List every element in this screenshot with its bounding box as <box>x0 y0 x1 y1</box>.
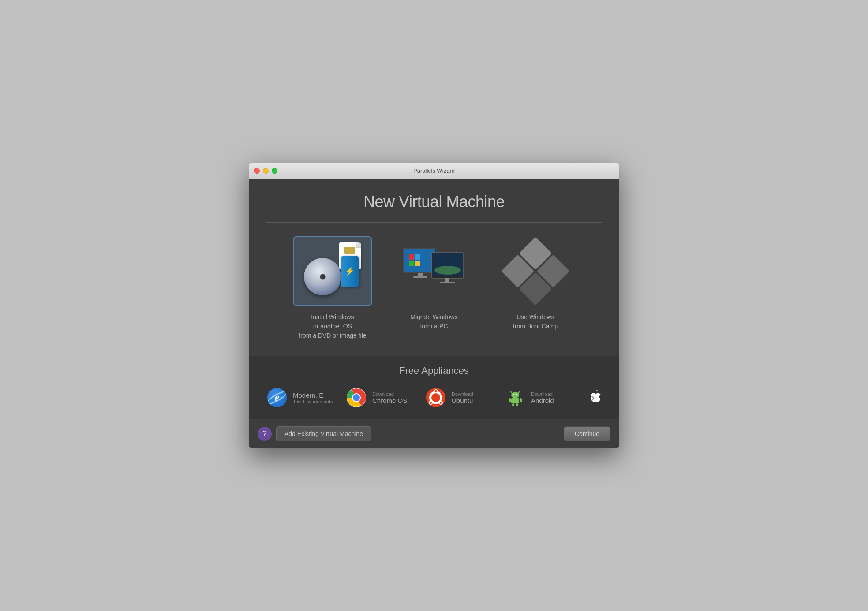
android-download-label: Download <box>531 391 554 397</box>
install-icon-box: ⚡ <box>293 236 372 306</box>
svg-rect-6 <box>418 273 423 276</box>
svg-rect-14 <box>445 278 449 282</box>
ubuntu-circles <box>429 391 442 404</box>
appliances-row: e Modern.IE Test Environments <box>266 385 602 410</box>
minimize-button[interactable] <box>263 168 269 174</box>
svg-rect-2 <box>409 254 414 260</box>
bootcamp-icon-container <box>496 236 575 306</box>
ie-icon: e <box>266 387 288 408</box>
bootcamp-icon <box>501 237 570 306</box>
help-button[interactable]: ? <box>258 427 272 441</box>
option-migrate[interactable]: Migrate Windowsfrom a PC <box>390 236 478 340</box>
divider <box>266 222 602 223</box>
android-icon <box>505 387 526 408</box>
add-vm-button[interactable]: Add Existing Virtual Machine <box>276 426 371 441</box>
svg-rect-24 <box>511 398 519 403</box>
main-section: New Virtual Machine <box>249 179 619 356</box>
ie-text: Modern.IE Test Environments <box>293 391 333 404</box>
ubuntu-name: Ubuntu <box>452 397 473 404</box>
svg-rect-28 <box>516 403 518 406</box>
ubuntu-icon-graphic <box>426 388 445 407</box>
ie-icon-graphic: e <box>267 388 287 407</box>
appliance-chrome-os[interactable]: Download Chrome OS <box>346 385 425 410</box>
migrate-pc-svg <box>401 245 467 298</box>
main-window: Parallels Wizard New Virtual Machine <box>249 163 619 448</box>
usb-drive-icon: ⚡ <box>338 247 361 287</box>
dvd-hole <box>320 274 326 280</box>
bootcamp-icon-box <box>496 236 575 306</box>
svg-point-22 <box>513 394 514 395</box>
android-text: Download Android <box>531 391 554 404</box>
migrate-label: Migrate Windowsfrom a PC <box>410 313 457 331</box>
svg-point-21 <box>511 392 519 398</box>
page-title: New Virtual Machine <box>266 193 602 211</box>
bottom-left: ? Add Existing Virtual Machine <box>258 426 371 441</box>
android-svg <box>506 389 524 406</box>
svg-rect-7 <box>413 276 427 278</box>
appliances-title: Free Appliances <box>266 365 602 376</box>
migrate-icon <box>401 245 467 298</box>
appliance-ubuntu[interactable]: Download Ubuntu <box>425 385 505 410</box>
chrome-name: Chrome OS <box>372 397 407 404</box>
usb-symbol: ⚡ <box>345 266 355 276</box>
ie-name: Modern.IE <box>293 391 333 399</box>
chrome-download-label: Download <box>372 391 407 397</box>
install-label: Install Windowsor another OSfrom a DVD o… <box>299 313 366 340</box>
android-name: Android <box>531 397 554 404</box>
chrome-text: Download Chrome OS <box>372 391 407 404</box>
maximize-button[interactable] <box>272 168 277 174</box>
svg-rect-3 <box>415 254 420 260</box>
ubuntu-dot-top <box>434 389 438 393</box>
options-row: ⚡ Install Windowsor another OSfrom a DVD… <box>266 236 602 340</box>
titlebar: Parallels Wizard <box>249 163 619 179</box>
appliances-section: Free Appliances e Modern.IE Test Environ… <box>249 356 619 419</box>
svg-rect-15 <box>440 282 455 283</box>
ubuntu-dot-br <box>439 401 443 405</box>
chrome-icon <box>346 387 367 408</box>
bootcamp-label: Use Windowsfrom Boot Camp <box>513 313 558 331</box>
svg-rect-5 <box>415 261 420 266</box>
appliances-next-arrow[interactable]: › <box>584 389 602 406</box>
continue-button[interactable]: Continue <box>564 426 610 441</box>
usb-connector <box>344 247 355 254</box>
appliance-modern-ie[interactable]: e Modern.IE Test Environments <box>266 385 346 410</box>
svg-rect-25 <box>509 398 511 402</box>
svg-rect-27 <box>512 403 514 406</box>
svg-point-23 <box>516 394 517 395</box>
ubuntu-download-label: Download <box>452 391 473 397</box>
appliance-android[interactable]: Download Android <box>505 385 584 410</box>
option-bootcamp[interactable]: Use Windowsfrom Boot Camp <box>491 236 580 340</box>
content-area: New Virtual Machine <box>249 179 619 448</box>
svg-rect-26 <box>520 398 522 402</box>
dvd-usb-icon: ⚡ <box>304 242 361 300</box>
chrome-svg <box>347 388 366 407</box>
window-title: Parallels Wizard <box>413 168 455 174</box>
traffic-lights <box>254 168 277 174</box>
option-install[interactable]: ⚡ Install Windowsor another OSfrom a DVD… <box>288 236 377 340</box>
ie-sublabel: Test Environments <box>293 399 333 404</box>
bottom-bar: ? Add Existing Virtual Machine Continue <box>249 419 619 448</box>
dvd-disc-icon <box>304 258 341 295</box>
svg-point-18 <box>353 394 360 401</box>
svg-point-13 <box>434 266 461 275</box>
svg-rect-4 <box>409 261 414 266</box>
ubuntu-icon <box>425 387 446 408</box>
migrate-icon-box <box>394 236 474 306</box>
ubuntu-dot-bl <box>429 401 433 405</box>
usb-body: ⚡ <box>341 256 359 287</box>
close-button[interactable] <box>254 168 260 174</box>
ubuntu-text: Download Ubuntu <box>452 391 473 404</box>
